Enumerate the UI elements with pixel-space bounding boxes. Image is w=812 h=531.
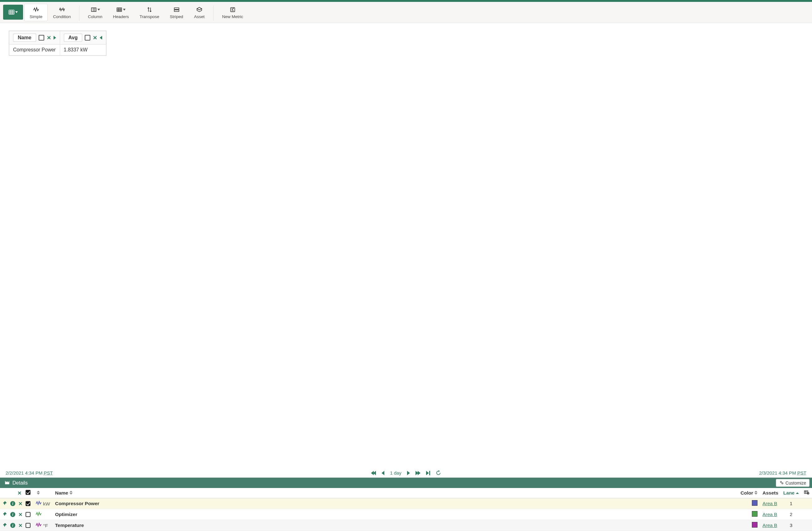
asset-button[interactable]: Asset [188, 4, 210, 21]
new-metric-icon [230, 6, 236, 13]
col-header-name-move-right[interactable] [54, 36, 56, 40]
col-header-avg-move-left[interactable] [100, 36, 102, 40]
remove-icon[interactable]: ✕ [18, 522, 23, 529]
transpose-icon [146, 6, 153, 13]
remove-all-button[interactable]: ✕ [17, 490, 21, 496]
hdr-sort1[interactable] [33, 488, 53, 498]
toolbar-separator [213, 5, 214, 21]
customize-label: Customize [785, 480, 806, 486]
striped-icon [174, 6, 180, 13]
svg-rect-14 [174, 9, 178, 10]
remove-icon[interactable]: ✕ [18, 501, 23, 507]
signal-icon [35, 501, 42, 506]
time-navigation: 2/2/2021 4:34 PM PST 1 day 2/3/2021 4:34… [0, 470, 812, 477]
lane-value: 3 [790, 522, 793, 528]
striped-label: Striped [170, 14, 183, 19]
col-header-avg-checkbox[interactable] [85, 35, 90, 41]
time-end[interactable]: 2/3/2021 4:34 PM PST [759, 470, 807, 475]
hdr-columns[interactable] [801, 488, 812, 498]
col-header-name-remove[interactable]: ✕ [47, 34, 51, 41]
chevron-down-icon [98, 9, 100, 11]
condition-icon [59, 6, 65, 13]
column-icon [91, 6, 100, 13]
time-start-tz: PST [44, 470, 53, 475]
simple-button[interactable]: Simple [24, 4, 48, 21]
row-checkbox[interactable] [26, 523, 30, 528]
table-row[interactable]: i✕ °FTemperatureArea B3 [0, 520, 812, 531]
condition-label: Condition [53, 14, 71, 19]
new-metric-label: New Metric [222, 14, 243, 19]
signal-icon [33, 6, 39, 13]
details-header: Details Customize [0, 478, 812, 488]
asset-link[interactable]: Area B [763, 501, 777, 506]
table-row[interactable]: i✕ OptimizerArea B2 [0, 509, 812, 520]
svg-point-18 [782, 483, 783, 484]
time-start[interactable]: 2/2/2021 4:34 PM PST [5, 470, 53, 475]
details-panel: Details Customize ✕ Name Color Assets La… [0, 477, 812, 531]
hdr-color[interactable]: Color [738, 488, 760, 498]
metric-table: Name ✕ Avg ✕ [9, 30, 106, 56]
asset-link[interactable]: Area B [763, 512, 777, 517]
pin-icon[interactable] [2, 501, 7, 506]
condition-button[interactable]: Condition [48, 4, 76, 21]
asset-link[interactable]: Area B [763, 522, 777, 528]
columns-icon [804, 490, 810, 496]
column-button[interactable]: Column [83, 4, 108, 21]
row-checkbox[interactable] [26, 501, 30, 506]
transpose-label: Transpose [140, 14, 159, 19]
nav-fast-back[interactable] [371, 471, 376, 475]
asset-label: Asset [194, 14, 205, 19]
new-metric-button[interactable]: New Metric [217, 4, 249, 21]
info-icon[interactable]: i [10, 512, 15, 517]
signal-icon [35, 512, 42, 517]
svg-rect-5 [91, 8, 96, 12]
time-end-tz: PST [797, 470, 807, 475]
hdr-assets[interactable]: Assets [760, 488, 781, 498]
headers-button[interactable]: Headers [108, 4, 134, 21]
time-end-text: 2/3/2021 4:34 PM [759, 470, 797, 475]
hdr-lane[interactable]: Lane [781, 488, 801, 498]
nav-fast-forward[interactable] [416, 471, 420, 475]
color-swatch[interactable] [752, 522, 757, 528]
color-swatch[interactable] [752, 500, 757, 506]
col-header-name-label[interactable]: Name [13, 34, 36, 42]
refresh-button[interactable] [436, 470, 441, 475]
svg-rect-8 [117, 8, 122, 12]
striped-button[interactable]: Striped [164, 4, 188, 21]
signal-icon [35, 523, 42, 528]
nav-back[interactable] [381, 471, 385, 475]
select-all-checkbox[interactable] [26, 490, 30, 495]
svg-rect-15 [231, 8, 234, 12]
col-header-avg-remove[interactable]: ✕ [93, 34, 97, 41]
view-table-dropdown[interactable] [3, 5, 23, 20]
nav-to-end[interactable] [426, 471, 430, 475]
row-checkbox[interactable] [26, 512, 30, 517]
remove-icon[interactable]: ✕ [18, 512, 23, 518]
hdr-actions: ✕ [0, 488, 33, 498]
unit-label: °F [43, 523, 48, 528]
customize-button[interactable]: Customize [776, 479, 810, 487]
lane-value: 1 [790, 501, 793, 506]
row-name: Optimizer [55, 512, 77, 517]
gear-icon [779, 480, 784, 486]
pin-icon[interactable] [2, 522, 7, 528]
col-header-name-checkbox[interactable] [39, 35, 44, 41]
time-range-label[interactable]: 1 day [390, 470, 402, 475]
unit-label: kW [43, 501, 50, 506]
col-header-avg: Avg ✕ [60, 31, 106, 45]
color-swatch[interactable] [752, 511, 757, 517]
headers-label: Headers [113, 14, 129, 19]
toolbar-separator [79, 5, 79, 21]
pin-icon[interactable] [2, 512, 7, 517]
table-row[interactable]: i✕ kWCompressor PowerArea B1 [0, 498, 812, 509]
cell-name: Compressor Power [9, 45, 60, 56]
row-name: Compressor Power [55, 501, 99, 506]
hdr-name[interactable]: Name [53, 488, 738, 498]
details-title: Details [13, 480, 28, 486]
transpose-button[interactable]: Transpose [134, 4, 164, 21]
nav-forward[interactable] [407, 471, 410, 475]
col-header-avg-label[interactable]: Avg [64, 34, 83, 42]
headers-icon [116, 6, 126, 13]
info-icon[interactable]: i [10, 523, 15, 528]
info-icon[interactable]: i [10, 501, 15, 506]
